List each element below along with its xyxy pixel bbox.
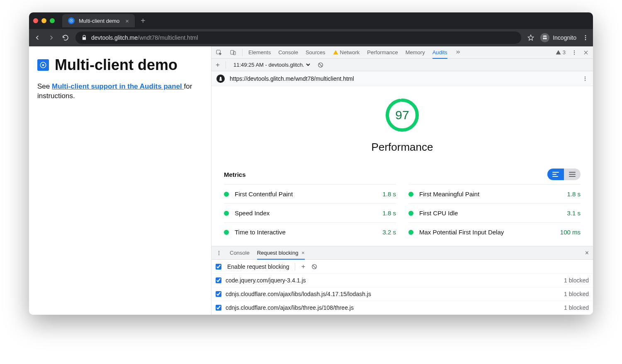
clear-patterns-icon[interactable] xyxy=(311,263,318,270)
status-dot-icon xyxy=(408,192,413,197)
devtools-tabs: Elements Console Sources Network Perform… xyxy=(211,46,593,59)
metric-name: Max Potential First Input Delay xyxy=(419,229,504,236)
window-controls xyxy=(33,18,55,23)
metric-row: First Meaningful Paint 1.8 s xyxy=(408,184,581,203)
status-dot-icon xyxy=(408,230,413,235)
audit-url-row: https://devtools.glitch.me/wndt78/multic… xyxy=(211,71,593,86)
drawer-tab-console[interactable]: Console xyxy=(230,250,250,256)
new-audit-button[interactable]: + xyxy=(216,61,220,69)
svg-point-16 xyxy=(585,76,586,77)
drawer-menu-icon[interactable] xyxy=(216,250,222,256)
bookmark-icon[interactable] xyxy=(527,34,535,41)
close-tab-icon[interactable]: × xyxy=(125,17,129,24)
gauge-label: Performance xyxy=(372,141,433,154)
add-pattern-icon[interactable]: + xyxy=(301,263,305,271)
request-blocking-toolbar: Enable request blocking + xyxy=(211,260,593,274)
pattern-text: cdnjs.cloudflare.com/ajax/libs/lodash.js… xyxy=(226,291,371,297)
devtools-menu-icon[interactable] xyxy=(571,50,577,55)
svg-point-17 xyxy=(585,78,586,79)
forward-button[interactable] xyxy=(47,34,56,42)
svg-point-23 xyxy=(219,254,219,255)
toggle-expanded-icon[interactable] xyxy=(564,169,581,180)
tab-performance[interactable]: Performance xyxy=(367,49,398,55)
browser-menu-icon[interactable] xyxy=(582,34,589,41)
tab-network-label: Network xyxy=(340,49,360,55)
metric-row: First CPU Idle 3.1 s xyxy=(408,203,581,222)
status-dot-icon xyxy=(408,211,413,216)
pattern-checkbox[interactable] xyxy=(216,291,221,297)
audits-toolbar: + 11:49:25 AM - devtools.glitch. xyxy=(211,59,593,71)
audit-more-icon[interactable] xyxy=(582,76,588,82)
separator xyxy=(226,61,226,69)
tab-elements[interactable]: Elements xyxy=(248,49,271,55)
close-drawer-icon[interactable]: × xyxy=(585,249,589,257)
audit-run-select[interactable]: 11:49:25 AM - devtools.glitch. xyxy=(232,61,311,68)
minimize-window-button[interactable] xyxy=(41,18,46,23)
inspect-icon[interactable] xyxy=(216,49,222,56)
drawer-tab-request-blocking[interactable]: Request blocking × xyxy=(257,250,305,260)
close-tab-icon[interactable]: × xyxy=(301,250,305,256)
metric-name: First CPU Idle xyxy=(419,210,458,217)
warning-count: 3 xyxy=(563,49,566,55)
browser-window: Multi-client demo × + devtools.glitch.me… xyxy=(29,12,593,315)
tab-network[interactable]: Network xyxy=(333,49,360,55)
url-path: /wndt78/multiclient.html xyxy=(138,34,198,41)
status-dot-icon xyxy=(224,211,229,216)
new-tab-button[interactable]: + xyxy=(141,16,146,26)
content-area: Multi-client demo See Multi-client suppo… xyxy=(29,46,593,315)
docs-link[interactable]: Multi-client support in the Audits panel xyxy=(52,82,184,90)
warning-badge[interactable]: 3 xyxy=(556,49,566,55)
page-title: Multi-client demo xyxy=(55,56,177,74)
pattern-checkbox[interactable] xyxy=(216,277,221,283)
blocked-count: 1 blocked xyxy=(564,304,589,311)
close-window-button[interactable] xyxy=(33,18,38,23)
svg-point-4 xyxy=(585,35,586,36)
tab-memory[interactable]: Memory xyxy=(406,49,425,55)
clear-audits-icon[interactable] xyxy=(317,62,324,68)
tab-title: Multi-client demo xyxy=(79,18,119,24)
tab-audits[interactable]: Audits xyxy=(432,49,447,59)
metrics-view-toggle[interactable] xyxy=(547,169,581,180)
metrics-grid: First Contentful Paint 1.8 s First Meani… xyxy=(224,184,581,241)
browser-tab[interactable]: Multi-client demo × xyxy=(62,14,135,27)
svg-point-12 xyxy=(574,50,575,51)
svg-point-14 xyxy=(574,53,575,54)
blocked-pattern-row: cdnjs.cloudflare.com/ajax/libs/three.js/… xyxy=(211,301,593,315)
tab-sources[interactable]: Sources xyxy=(306,49,326,55)
maximize-window-button[interactable] xyxy=(50,18,55,23)
toggle-compact-icon[interactable] xyxy=(547,169,564,180)
svg-point-3 xyxy=(545,37,547,39)
page-content: Multi-client demo See Multi-client suppo… xyxy=(29,46,211,315)
drawer-tabs: Console Request blocking × × xyxy=(211,246,593,260)
pattern-checkbox[interactable] xyxy=(216,305,221,311)
devtools-panel: Elements Console Sources Network Perform… xyxy=(211,46,593,315)
address-bar: devtools.glitch.me/wndt78/multiclient.ht… xyxy=(29,29,593,46)
metric-value: 100 ms xyxy=(560,229,581,236)
svg-point-21 xyxy=(219,251,219,251)
tab-strip: Multi-client demo × + xyxy=(29,12,593,29)
more-tabs-icon[interactable] xyxy=(455,50,461,55)
svg-point-22 xyxy=(219,252,219,253)
metric-row: Max Potential First Input Delay 100 ms xyxy=(408,222,581,241)
close-devtools-icon[interactable] xyxy=(583,50,589,55)
svg-point-1 xyxy=(71,20,72,22)
performance-gauge: 97 Performance xyxy=(224,98,581,154)
page-heading: Multi-client demo xyxy=(37,56,203,74)
metric-value: 1.8 s xyxy=(567,190,581,198)
device-toggle-icon[interactable] xyxy=(230,49,236,56)
gauge-icon: 97 xyxy=(385,98,420,133)
tab-favicon xyxy=(68,17,75,24)
back-button[interactable] xyxy=(33,34,41,42)
reload-button[interactable] xyxy=(61,34,70,42)
enable-blocking-checkbox[interactable] xyxy=(216,264,221,270)
incognito-indicator[interactable]: Incognito xyxy=(540,33,576,42)
devtools-logo-icon xyxy=(37,59,49,71)
metric-value: 1.8 s xyxy=(382,210,396,217)
lock-icon xyxy=(81,35,87,41)
omnibox[interactable]: devtools.glitch.me/wndt78/multiclient.ht… xyxy=(75,31,521,44)
drawer-tab-rb-label: Request blocking xyxy=(257,250,299,256)
tab-console[interactable]: Console xyxy=(278,49,298,55)
separator xyxy=(242,49,243,56)
separator xyxy=(295,263,295,270)
see-prefix: See xyxy=(37,82,52,90)
